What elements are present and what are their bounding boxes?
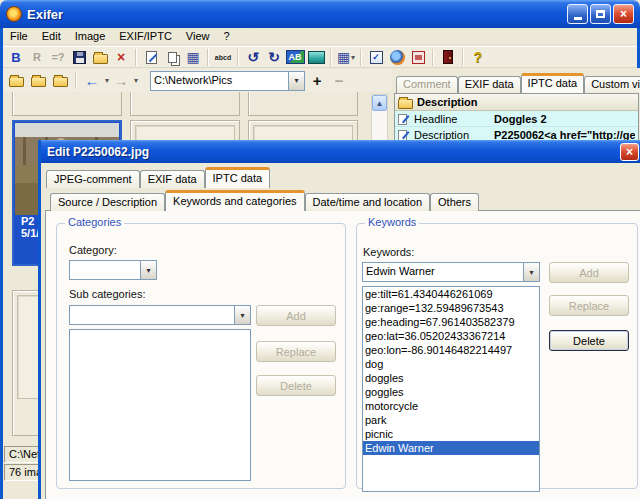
dialog-close-button[interactable]: × bbox=[620, 143, 639, 161]
folder-tree-icon bbox=[31, 77, 46, 87]
minimize-icon bbox=[574, 17, 582, 20]
firefox-icon bbox=[390, 50, 405, 65]
minimize-button[interactable] bbox=[567, 4, 588, 24]
keywords-listbox[interactable]: ge:tilt=61.4340446261069 ge:range=132.59… bbox=[362, 286, 540, 492]
tab-exif-data[interactable]: EXIF data bbox=[458, 76, 521, 93]
ab-rename-button[interactable]: AB bbox=[285, 48, 305, 67]
subtab-keywords-categories[interactable]: Keywords and categories bbox=[165, 190, 305, 211]
subcategories-value[interactable] bbox=[70, 306, 234, 324]
keywords-dropdown-button[interactable]: ▾ bbox=[523, 263, 539, 281]
keyword-item[interactable]: ge:heading=67.961403582379 bbox=[363, 315, 539, 329]
keyword-item[interactable]: geo:lat=36.05202433367214 bbox=[363, 329, 539, 343]
tab-iptc-data[interactable]: IPTC data bbox=[521, 73, 585, 93]
keywords-group-label: Keywords bbox=[365, 216, 419, 228]
thumbnail-cell[interactable] bbox=[130, 92, 240, 116]
keyword-item[interactable]: park bbox=[363, 413, 539, 427]
thumbnail-cell[interactable] bbox=[248, 92, 358, 116]
back-button[interactable]: ← bbox=[82, 71, 102, 90]
categories-listbox[interactable] bbox=[69, 329, 251, 481]
dialog-body: JPEG-comment EXIF data IPTC data Source … bbox=[41, 163, 640, 499]
categories-group: Categories Category: ▾ Sub categories: ▾… bbox=[56, 223, 346, 489]
save-button[interactable] bbox=[69, 48, 89, 67]
tab-comment[interactable]: Comment bbox=[396, 76, 458, 93]
category-value[interactable] bbox=[70, 261, 140, 279]
dialog-title: Edit P2250062.jpg bbox=[47, 145, 620, 159]
close-button[interactable]: × bbox=[613, 4, 634, 24]
subtab-source-description[interactable]: Source / Description bbox=[50, 193, 165, 211]
path-value[interactable]: C:\Network\Pics bbox=[151, 72, 288, 90]
image-tool-button[interactable] bbox=[408, 48, 428, 67]
subtab-datetime-location[interactable]: Date/time and location bbox=[305, 193, 430, 211]
thumbnail-cell[interactable] bbox=[12, 92, 122, 116]
rename-button[interactable]: abcd bbox=[213, 48, 233, 67]
zoom-out-button[interactable]: − bbox=[329, 71, 349, 90]
tab-iptc-data[interactable]: IPTC data bbox=[205, 167, 271, 188]
scroll-up-button[interactable]: ▲ bbox=[372, 95, 387, 111]
toolbar-separator bbox=[135, 49, 137, 66]
category-combobox[interactable]: ▾ bbox=[69, 260, 157, 280]
table-view-button[interactable]: ▦ bbox=[183, 48, 203, 67]
back-history-dropdown[interactable]: ▾ bbox=[105, 76, 109, 85]
delete-button[interactable]: × bbox=[111, 48, 131, 67]
tab-jpeg-comment[interactable]: JPEG-comment bbox=[46, 170, 140, 188]
keyword-item[interactable]: goggles bbox=[363, 385, 539, 399]
menu-help[interactable]: ? bbox=[217, 29, 237, 43]
categories-add-button[interactable]: Add bbox=[256, 305, 336, 326]
edit-data-button[interactable] bbox=[141, 48, 161, 67]
category-dropdown-button[interactable]: ▾ bbox=[140, 261, 156, 279]
keywords-combobox[interactable]: Edwin Warner ▾ bbox=[362, 262, 540, 282]
path-dropdown-button[interactable]: ▾ bbox=[288, 72, 304, 90]
path-combobox[interactable]: C:\Network\Pics ▾ bbox=[150, 71, 305, 91]
folder-tree-button[interactable] bbox=[28, 71, 48, 90]
keywords-combo-value[interactable]: Edwin Warner bbox=[363, 263, 523, 281]
forward-history-dropdown[interactable]: ▾ bbox=[134, 76, 138, 85]
subcategories-combobox[interactable]: ▾ bbox=[69, 305, 251, 325]
rotate-left-button[interactable]: ↺ bbox=[243, 48, 263, 67]
maximize-button[interactable] bbox=[590, 4, 611, 24]
iptc-row-headline[interactable]: Headline Doggles 2 bbox=[395, 111, 638, 127]
rotate-right-button[interactable]: ↻ bbox=[264, 48, 284, 67]
categories-replace-button[interactable]: Replace bbox=[256, 341, 336, 362]
menu-edit[interactable]: Edit bbox=[35, 29, 68, 43]
help-button[interactable]: ? bbox=[468, 48, 488, 67]
open-folder-button[interactable] bbox=[6, 71, 26, 90]
chevron-down-icon[interactable]: ▾ bbox=[351, 53, 355, 62]
main-toolbar: B R =? × ▦ abcd ↺ ↻ AB ▦▾ ✓ ? bbox=[3, 46, 637, 68]
toolbar-separator bbox=[237, 49, 239, 66]
keywords-add-button[interactable]: Add bbox=[549, 262, 629, 283]
categories-delete-button[interactable]: Delete bbox=[256, 375, 336, 396]
exit-button[interactable] bbox=[438, 48, 458, 67]
subtab-others[interactable]: Others bbox=[430, 193, 479, 211]
keywords-delete-button[interactable]: Delete bbox=[549, 330, 629, 351]
menu-file[interactable]: File bbox=[3, 29, 35, 43]
r-tool-button[interactable]: R bbox=[27, 48, 47, 67]
rename-query-button[interactable]: =? bbox=[48, 48, 68, 67]
main-titlebar: Exifer × bbox=[0, 0, 640, 28]
keyword-item[interactable]: ge:tilt=61.4340446261069 bbox=[363, 287, 539, 301]
menu-image[interactable]: Image bbox=[68, 29, 113, 43]
menu-exif-iptc[interactable]: EXIF/IPTC bbox=[112, 29, 179, 43]
forward-button[interactable]: → bbox=[111, 71, 131, 90]
folder-up-button[interactable] bbox=[50, 71, 70, 90]
subcategories-dropdown-button[interactable]: ▾ bbox=[234, 306, 250, 324]
bold-tool-button[interactable]: B bbox=[6, 48, 26, 67]
toolbar-separator bbox=[330, 49, 332, 66]
options-button[interactable]: ✓ bbox=[366, 48, 386, 67]
zoom-in-button[interactable]: + bbox=[307, 71, 327, 90]
keyword-item[interactable]: doggles bbox=[363, 371, 539, 385]
open-button[interactable] bbox=[90, 48, 110, 67]
image-viewer-button[interactable] bbox=[306, 48, 326, 67]
tab-exif-data[interactable]: EXIF data bbox=[140, 170, 205, 188]
menu-view[interactable]: View bbox=[179, 29, 217, 43]
keyword-item[interactable]: picnic bbox=[363, 427, 539, 441]
keywords-replace-button[interactable]: Replace bbox=[549, 295, 629, 316]
keyword-item[interactable]: geo:lon=-86.90146482214497 bbox=[363, 343, 539, 357]
copy-button[interactable] bbox=[162, 48, 182, 67]
keyword-item[interactable]: dog bbox=[363, 357, 539, 371]
tab-custom-view[interactable]: Custom view bbox=[584, 76, 640, 93]
keyword-item[interactable]: ge:range=132.59489673543 bbox=[363, 301, 539, 315]
browser-button[interactable] bbox=[387, 48, 407, 67]
keyword-item-selected[interactable]: Edwin Warner bbox=[363, 441, 539, 455]
thumbnail-view-button[interactable]: ▦▾ bbox=[336, 48, 356, 67]
keyword-item[interactable]: motorcycle bbox=[363, 399, 539, 413]
